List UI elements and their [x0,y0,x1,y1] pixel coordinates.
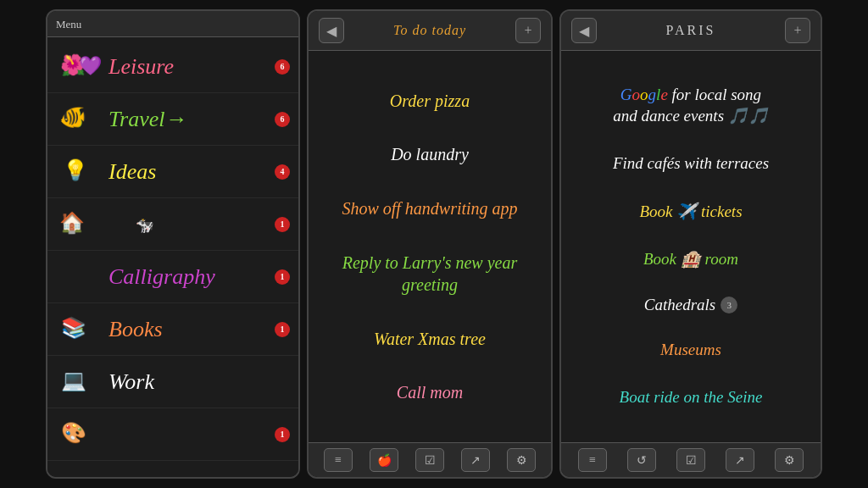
google-line2: and dance events 🎵🎵 [613,106,769,127]
calligraphy-label: Calligraphy [108,264,215,290]
toolbar-share-button[interactable]: ↗ [461,448,490,472]
house-badge: 1 [275,217,290,232]
list-item[interactable]: Show off handwriting app [338,196,520,221]
middle-panel: ◀ To do today + Order pizza Do laundry S… [307,9,553,479]
ideas-icon: 💡 [59,153,102,190]
right-panel: ◀ PARIS + Google for local song and danc… [559,9,822,479]
right-panel-toolbar: ≡ ↺ ☑ ↗ ⚙ [561,442,821,477]
svg-text:🐄: 🐄 [132,216,157,235]
list-item-tickets[interactable]: Book ✈️ tickets [636,200,745,225]
menu-item-house[interactable]: 🏠 🐄 1 [47,198,298,251]
menu-item-books[interactable]: 📚 Books 1 [47,303,298,356]
travel-icon: 🐠 [59,101,102,137]
svg-text:🎨: 🎨 [61,420,86,445]
right-toolbar-check-button[interactable]: ☑ [676,448,705,472]
middle-panel-title: To do today [393,23,466,38]
list-item-cafes[interactable]: Find cafés with terraces [609,152,772,176]
list-item-room[interactable]: Book 🏨 room [640,247,742,272]
left-panel: Menu 🌺 💜 Leisure 6 🐠 Tra [46,9,300,479]
right-toolbar-settings-button[interactable]: ⚙ [775,448,804,472]
right-panel-title: PARIS [666,23,716,38]
list-item[interactable]: Call mom [393,380,466,405]
svg-text:💻: 💻 [61,368,86,392]
toolbar-settings-button[interactable]: ⚙ [507,448,536,472]
toolbar-menu-button[interactable]: ≡ [324,448,353,472]
house-icon: 🏠 [59,206,102,242]
svg-text:💜: 💜 [79,54,101,77]
paint-icon: 🎨 [59,416,102,452]
music-icon: ♪ [166,472,180,480]
toolbar-bookmark-button[interactable]: 🍎 [370,448,398,472]
list-item-google[interactable]: Google for local song and dance events 🎵… [609,83,772,128]
work-label: Work [108,369,154,395]
book-room-text: Book 🏨 room [643,250,738,268]
menu-item-work[interactable]: 💻 Work [47,356,298,408]
right-add-button[interactable]: + [785,18,810,43]
toolbar-check-button[interactable]: ☑ [415,448,444,472]
right-toolbar-menu-button[interactable]: ≡ [578,448,607,472]
calligraphy-badge: 1 [275,269,290,285]
books-badge: 1 [275,322,290,337]
house-drawing: 🐄 [108,207,176,242]
middle-panel-header: ◀ To do today + [309,11,551,51]
ideas-badge: 4 [275,164,290,180]
menu-item-travel[interactable]: 🐠 Travel→ 6 [47,93,298,146]
menu-header: Menu [47,11,298,37]
svg-text:📚: 📚 [61,315,86,340]
menu-item-leisure[interactable]: 🌺 💜 Leisure 6 [47,41,298,93]
book-tickets-text: Book ✈️ tickets [639,202,742,220]
cathedrals-label: Cathedrals [644,296,715,314]
menu-item-ideas[interactable]: 💡 Ideas 4 [47,146,298,198]
work-icon: 💻 [59,363,102,400]
middle-panel-toolbar: ≡ 🍎 ☑ ↗ ⚙ [309,442,551,477]
list-item-museums[interactable]: Museums [657,338,725,363]
ideas-label: Ideas [108,159,156,185]
menu-item-paint[interactable]: 🎨 1 [47,408,298,461]
google-rest: for local song [668,85,761,106]
list-item[interactable]: Order pizza [387,88,473,114]
leisure-badge: 6 [275,59,290,75]
leisure-icon: 🌺 💜 [59,48,102,85]
paint-badge: 1 [275,427,290,442]
middle-back-button[interactable]: ◀ [319,18,344,43]
menu-items-list: 🌺 💜 Leisure 6 🐠 Travel→ 6 [47,37,298,479]
right-back-button[interactable]: ◀ [571,18,597,43]
right-panel-header: ◀ PARIS + [561,11,821,51]
right-panel-content: Google for local song and dance events 🎵… [561,51,821,442]
list-item-cathedrals[interactable]: Cathedrals 3 [644,296,737,314]
svg-text:🐠: 🐠 [59,103,87,130]
books-icon: 📚 [59,311,102,347]
books-label: Books [108,317,163,342]
travel-label: Travel→ [108,107,186,132]
menu-item-calligraphy[interactable]: Calligraphy 1 [47,251,298,303]
menu-title: Menu [56,18,81,30]
middle-add-button[interactable]: + [515,18,541,43]
app-container: Menu 🌺 💜 Leisure 6 🐠 Tra [0,0,868,488]
middle-panel-content: Order pizza Do laundry Show off handwrit… [309,51,551,442]
right-toolbar-share-button[interactable]: ↗ [726,448,754,472]
right-toolbar-refresh-button[interactable]: ↺ [627,448,656,472]
google-text: Google [620,85,668,106]
svg-text:🏠: 🏠 [59,210,85,235]
list-item[interactable]: Do laundry [387,141,472,167]
list-item[interactable]: Water Xmas tree [370,326,489,352]
list-item-boat[interactable]: Boat ride on the Seine [616,385,766,410]
svg-text:💡: 💡 [63,158,88,182]
list-item[interactable]: Reply to Larry's new year greeting [314,250,546,297]
menu-item-music[interactable]: ♪ [47,461,298,479]
travel-badge: 6 [275,112,290,127]
cathedrals-badge: 3 [721,297,737,313]
leisure-label: Leisure [108,54,174,80]
